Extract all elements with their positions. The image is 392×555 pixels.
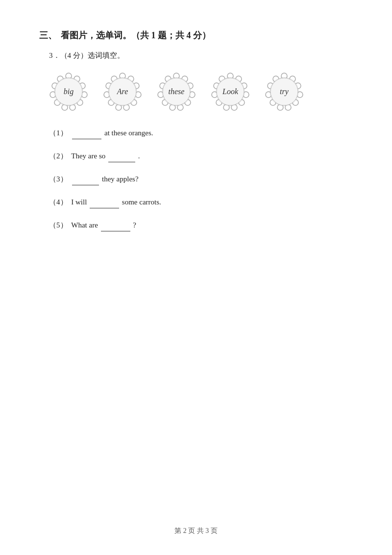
question-2: （2） They are so . bbox=[49, 150, 353, 162]
section-title: 三、 看图片，选单词。（共 1 题；共 4 分） bbox=[39, 29, 353, 41]
q2-post: . bbox=[138, 152, 140, 160]
q1-num: （1） bbox=[49, 129, 68, 137]
q5-post: ? bbox=[133, 221, 136, 229]
badge-big: big bbox=[49, 72, 88, 111]
section-number: 三、 bbox=[39, 29, 57, 41]
q1-text: at these oranges. bbox=[104, 129, 153, 137]
q2-num: （2） bbox=[49, 152, 68, 160]
question-4: （4） I will some carrots. bbox=[49, 196, 353, 208]
badge-big-word: big bbox=[64, 87, 74, 96]
section-title-text: 看图片，选单词。（共 1 题；共 4 分） bbox=[61, 29, 211, 41]
badge-these-word: these bbox=[169, 87, 185, 96]
q4-blank bbox=[90, 196, 119, 208]
badge-these: these bbox=[157, 72, 196, 111]
q3-num: （3） bbox=[49, 175, 68, 183]
q4-num: （4） bbox=[49, 198, 68, 206]
badge-try-word: try bbox=[280, 87, 289, 96]
badge-try: try bbox=[265, 72, 304, 111]
q5-blank bbox=[101, 219, 130, 231]
question-header: 3．（4 分）选词填空。 bbox=[49, 51, 353, 60]
q3-blank bbox=[72, 173, 99, 185]
q2-blank bbox=[108, 150, 135, 162]
q2-pre: They are so bbox=[71, 152, 107, 160]
questions-list: （1） at these oranges. （2） They are so . … bbox=[49, 127, 353, 231]
footer-text: 第 2 页 共 3 页 bbox=[174, 527, 218, 534]
word-badges-container: big Are bbox=[49, 72, 353, 111]
question-header-text: 3．（4 分）选词填空。 bbox=[49, 51, 124, 59]
question-5: （5） What are ? bbox=[49, 219, 353, 231]
q5-pre: What are bbox=[71, 221, 99, 229]
q1-blank bbox=[72, 127, 101, 139]
badge-look-word: Look bbox=[222, 87, 238, 96]
q5-num: （5） bbox=[49, 221, 68, 229]
q4-pre: I will bbox=[71, 198, 89, 206]
page-footer: 第 2 页 共 3 页 bbox=[0, 527, 392, 535]
question-1: （1） at these oranges. bbox=[49, 127, 353, 139]
q3-text: they apples? bbox=[102, 175, 139, 183]
badge-look: Look bbox=[211, 72, 250, 111]
badge-are-word: Are bbox=[117, 87, 128, 96]
question-3: （3） they apples? bbox=[49, 173, 353, 185]
badge-are: Are bbox=[103, 72, 142, 111]
q4-post: some carrots. bbox=[122, 198, 161, 206]
